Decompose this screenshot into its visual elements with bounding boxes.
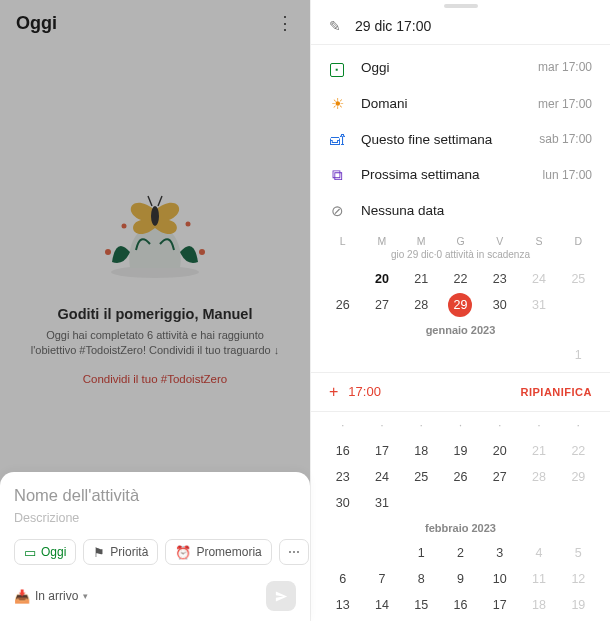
option-next-week[interactable]: ⧉ Prossima settimana lun 17:00 (311, 157, 610, 193)
svg-line-6 (148, 196, 152, 206)
svg-point-1 (105, 249, 111, 255)
month-label-feb: febbraio 2023 (311, 516, 610, 540)
pencil-icon: ✎ (329, 18, 341, 34)
svg-point-3 (122, 224, 127, 229)
date-edit-row[interactable]: ✎ 29 dic 17:00 (311, 10, 610, 44)
project-selector[interactable]: 📥 In arrivo ▾ (14, 589, 88, 604)
priority-label: Priorità (110, 545, 148, 559)
drag-handle[interactable] (444, 4, 478, 8)
calendar-row[interactable]: 3031 (311, 490, 610, 516)
greeting-text: Goditi il pomeriggio, Manuel (58, 306, 253, 322)
calendar-row[interactable]: 23242526272829 (311, 464, 610, 490)
task-desc-input[interactable]: Descrizione (14, 511, 296, 525)
svg-line-7 (158, 196, 162, 206)
option-today[interactable]: ▪ Oggi mar 17:00 (311, 49, 610, 86)
greeting-subtext: Oggi hai completato 6 attività e hai rag… (0, 328, 310, 359)
plus-icon: + (329, 383, 338, 401)
alarm-icon: ⏰ (175, 546, 191, 559)
calendar-row[interactable]: 1 (311, 342, 610, 368)
reminder-label: Promemoria (196, 545, 261, 559)
option-tomorrow[interactable]: ☀ Domani mer 17:00 (311, 86, 610, 122)
project-label: In arrivo (35, 589, 78, 603)
submit-button[interactable] (266, 581, 296, 611)
more-menu-icon[interactable]: ⋮ (276, 12, 294, 34)
calendar-row[interactable]: 16171819202122 (311, 438, 610, 464)
zero-illustration (90, 166, 220, 296)
reschedule-button[interactable]: RIPIANIFICA (521, 386, 593, 398)
calendar-row[interactable]: ······· (311, 412, 610, 438)
next-week-icon: ⧉ (329, 166, 345, 184)
scheduler-panel: ✎ 29 dic 17:00 ▪ Oggi mar 17:00 ☀ Domani… (310, 0, 610, 621)
reminder-chip[interactable]: ⏰ Promemoria (165, 539, 271, 565)
svg-point-2 (199, 249, 205, 255)
share-link[interactable]: Condividi il tuo #TodoistZero (83, 373, 227, 385)
calendar-row[interactable]: 20 21 22 23 24 25 (311, 266, 610, 292)
option-no-date[interactable]: ⊘ Nessuna data (311, 193, 610, 229)
sun-icon: ☀ (329, 95, 345, 113)
due-date-chip[interactable]: ▭ Oggi (14, 539, 76, 565)
calendar-row[interactable]: 6789101112 (311, 566, 610, 592)
ellipsis-icon: ⋯ (288, 545, 300, 559)
task-name-input[interactable]: Nome dell'attività (14, 486, 296, 505)
selected-day: 29 (441, 292, 480, 318)
add-time-button[interactable]: + 17:00 (329, 383, 381, 401)
month-label-jan: gennaio 2023 (311, 318, 610, 342)
calendar-icon: ▭ (24, 546, 36, 559)
calendar-row[interactable]: 13141516171819 (311, 592, 610, 618)
current-date-text: 29 dic 17:00 (355, 18, 431, 34)
priority-chip[interactable]: ⚑ Priorità (83, 539, 158, 565)
calendar-sublabel: gio 29 dic·0 attività in scadenza (311, 247, 610, 266)
chevron-down-icon: ▾ (83, 591, 88, 601)
option-weekend[interactable]: 🛋 Questo fine settimana sab 17:00 (311, 122, 610, 157)
flag-icon: ⚑ (93, 546, 105, 559)
svg-point-5 (151, 206, 159, 226)
task-composer: Nome dell'attività Descrizione ▭ Oggi ⚑ … (0, 472, 310, 621)
inbox-icon: 📥 (14, 589, 30, 604)
more-chip[interactable]: ⋯ (279, 539, 309, 565)
due-date-label: Oggi (41, 545, 66, 559)
couch-icon: 🛋 (329, 131, 345, 148)
calendar-row[interactable]: 12345 (311, 540, 610, 566)
today-icon: ▪ (329, 58, 345, 77)
calendar-row[interactable]: 26 27 28 29 30 31 (311, 292, 610, 318)
page-title: Oggi (16, 13, 57, 34)
svg-point-4 (186, 222, 191, 227)
day-of-week-header: LMMGVSD (311, 229, 610, 247)
no-date-icon: ⊘ (329, 202, 345, 220)
